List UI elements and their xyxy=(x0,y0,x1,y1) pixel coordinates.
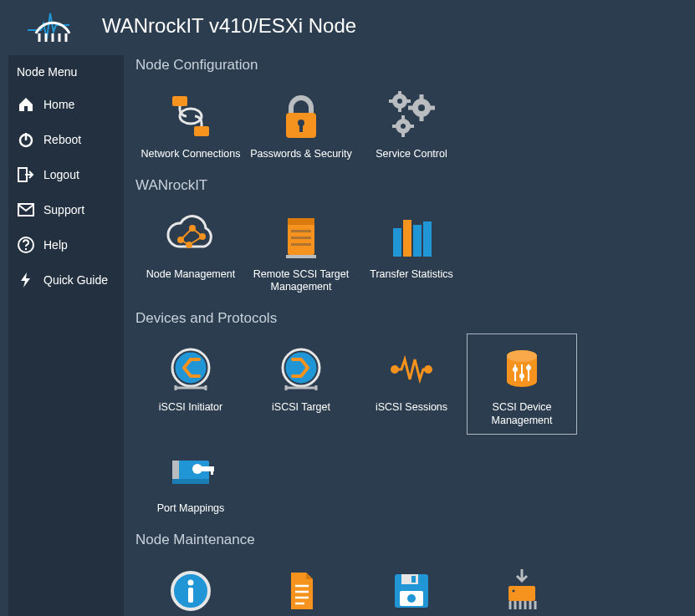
sidebar-title: Node Menu xyxy=(8,62,124,87)
tile-label: iSCSI Initiator xyxy=(140,401,242,415)
tile-system-information[interactable]: System Information xyxy=(135,555,246,616)
sessions-wave-icon xyxy=(360,339,462,400)
info-circle-icon xyxy=(140,561,242,616)
chip-download-icon xyxy=(471,561,573,616)
envelope-icon xyxy=(17,201,35,219)
sidebar-item-label: Logout xyxy=(43,168,79,181)
server-rack-icon xyxy=(250,206,352,267)
section-title: WANrockIT xyxy=(135,177,687,194)
card-key-icon xyxy=(140,440,242,501)
tile-label: Passwords & Security xyxy=(250,148,352,161)
tile-load-save-configuration[interactable]: Load/Save Configuration xyxy=(356,555,467,616)
sidebar-item-home[interactable]: Home xyxy=(8,87,124,122)
sidebar-item-label: Reboot xyxy=(43,133,81,146)
section-title: Devices and Protocols xyxy=(135,310,687,327)
tile-label: Port Mappings xyxy=(140,502,242,516)
iscsi-target-icon xyxy=(250,339,352,400)
sidebar-item-help[interactable]: Help xyxy=(8,227,124,262)
tile-firmware-updates[interactable]: Firmware Updates xyxy=(467,555,577,616)
page-title: WANrockIT v410/ESXi Node xyxy=(102,14,356,38)
tile-passwords-security[interactable]: Passwords & Security xyxy=(246,80,356,169)
cloud-nodes-icon xyxy=(140,206,242,267)
tile-label: iSCSI Sessions xyxy=(360,401,462,415)
tile-system-log[interactable]: System Log xyxy=(246,555,356,616)
tile-network-connections[interactable]: Network Connections xyxy=(135,80,246,169)
bolt-icon xyxy=(17,271,35,289)
section-title: Node Maintenance xyxy=(135,532,687,548)
tile-remote-scsi-target-management[interactable]: Remote SCSI Target Management xyxy=(246,201,356,302)
floppy-icon xyxy=(360,561,462,616)
tile-label: iSCSI Target xyxy=(250,401,352,415)
sidebar-item-logout[interactable]: Logout xyxy=(8,157,124,192)
gears-icon xyxy=(360,86,462,146)
sidebar-item-label: Support xyxy=(43,203,84,216)
tile-iscsi-sessions[interactable]: iSCSI Sessions xyxy=(356,333,467,435)
bar-chart-icon xyxy=(360,206,462,267)
tile-label: Transfer Statistics xyxy=(360,268,462,282)
header: WANrockIT v410/ESXi Node xyxy=(0,0,695,55)
sidebar-item-label: Home xyxy=(43,98,74,111)
tile-label: SCSI Device Management xyxy=(471,401,573,427)
tile-label: Node Management xyxy=(140,268,242,282)
main-content: Node ConfigurationNetwork ConnectionsPas… xyxy=(135,55,687,616)
tile-service-control[interactable]: Service Control xyxy=(356,80,467,169)
network-icon xyxy=(140,86,242,146)
logout-icon xyxy=(17,165,35,184)
tile-label: Remote SCSI Target Management xyxy=(250,268,352,294)
padlock-icon xyxy=(250,86,352,146)
tile-transfer-statistics[interactable]: Transfer Statistics xyxy=(356,201,467,302)
tile-label: Service Control xyxy=(360,148,462,161)
iscsi-initiator-icon xyxy=(140,339,242,400)
logo-icon xyxy=(26,8,79,43)
tile-node-management[interactable]: Node Management xyxy=(135,201,246,302)
logo xyxy=(7,8,99,43)
tile-iscsi-target[interactable]: iSCSI Target xyxy=(246,333,356,435)
tile-iscsi-initiator[interactable]: iSCSI Initiator xyxy=(135,333,246,435)
document-icon xyxy=(250,561,352,616)
home-icon xyxy=(17,95,35,114)
tile-port-mappings[interactable]: Port Mappings xyxy=(135,435,246,523)
sidebar: Node Menu HomeRebootLogoutSupportHelpQui… xyxy=(8,55,124,616)
question-icon xyxy=(17,236,35,254)
tile-scsi-device-management[interactable]: SCSI Device Management xyxy=(467,333,577,435)
tile-label: Network Connections xyxy=(140,148,242,161)
sidebar-item-quick-guide[interactable]: Quick Guide xyxy=(8,262,124,298)
sidebar-item-label: Quick Guide xyxy=(43,273,108,287)
sidebar-item-support[interactable]: Support xyxy=(8,192,124,227)
section-title: Node Configuration xyxy=(135,57,687,74)
sidebar-item-label: Help xyxy=(43,238,68,252)
sidebar-item-reboot[interactable]: Reboot xyxy=(8,122,124,157)
power-icon xyxy=(17,130,35,149)
database-sliders-icon xyxy=(471,339,573,400)
